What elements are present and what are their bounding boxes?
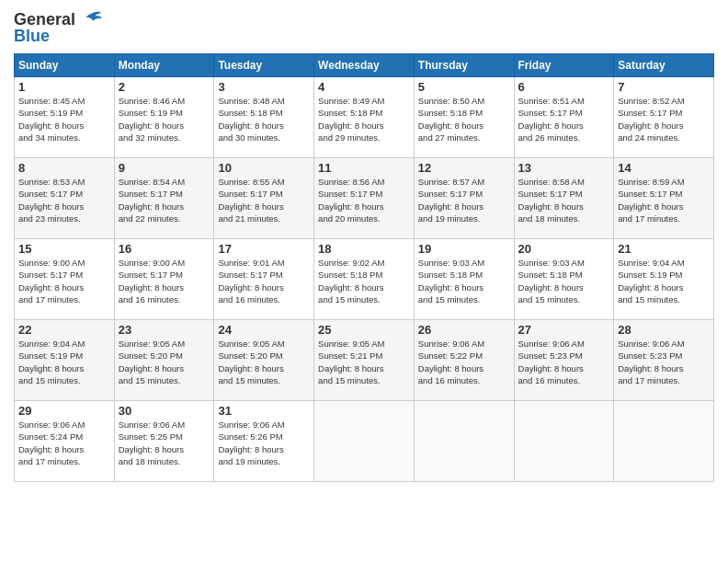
week-row-2: 8Sunrise: 8:53 AMSunset: 5:17 PMDaylight… [15, 158, 714, 239]
day-info: Sunrise: 8:51 AMSunset: 5:17 PMDaylight:… [518, 95, 610, 144]
header-day-friday: Friday [514, 54, 614, 77]
table-row: 7Sunrise: 8:52 AMSunset: 5:17 PMDaylight… [614, 77, 714, 158]
day-number: 10 [218, 161, 310, 175]
table-row: 1Sunrise: 8:45 AMSunset: 5:19 PMDaylight… [15, 77, 115, 158]
logo-bird-icon [78, 9, 104, 29]
day-info: Sunrise: 9:06 AMSunset: 5:23 PMDaylight:… [618, 338, 710, 386]
day-number: 20 [518, 242, 610, 256]
calendar-container: General Blue SundayMondayTuesdayWednesda… [0, 0, 728, 491]
day-info: Sunrise: 8:52 AMSunset: 5:17 PMDaylight:… [618, 95, 710, 144]
table-row [314, 401, 415, 482]
table-row [414, 401, 514, 482]
day-info: Sunrise: 8:46 AMSunset: 5:19 PMDaylight:… [119, 95, 210, 144]
table-row: 25Sunrise: 9:05 AMSunset: 5:21 PMDayligh… [314, 320, 415, 401]
day-number: 22 [18, 323, 110, 337]
table-row: 8Sunrise: 8:53 AMSunset: 5:17 PMDaylight… [15, 158, 115, 239]
day-number: 25 [318, 323, 410, 337]
day-info: Sunrise: 8:55 AMSunset: 5:17 PMDaylight:… [218, 176, 310, 224]
table-row: 5Sunrise: 8:50 AMSunset: 5:18 PMDaylight… [414, 77, 514, 158]
day-info: Sunrise: 8:45 AMSunset: 5:19 PMDaylight:… [18, 95, 110, 144]
table-row: 16Sunrise: 9:00 AMSunset: 5:17 PMDayligh… [114, 239, 214, 320]
day-number: 12 [418, 161, 510, 175]
table-row [514, 401, 614, 482]
day-info: Sunrise: 9:05 AMSunset: 5:20 PMDaylight:… [218, 338, 310, 386]
day-info: Sunrise: 9:06 AMSunset: 5:22 PMDaylight:… [418, 338, 510, 386]
day-info: Sunrise: 9:05 AMSunset: 5:20 PMDaylight:… [119, 338, 210, 386]
day-number: 23 [119, 323, 210, 337]
table-row: 20Sunrise: 9:03 AMSunset: 5:18 PMDayligh… [514, 239, 614, 320]
header: General Blue [14, 9, 714, 46]
table-row: 23Sunrise: 9:05 AMSunset: 5:20 PMDayligh… [114, 320, 214, 401]
table-row [614, 401, 714, 482]
table-row: 12Sunrise: 8:57 AMSunset: 5:17 PMDayligh… [414, 158, 514, 239]
header-day-monday: Monday [114, 54, 214, 77]
header-day-tuesday: Tuesday [214, 54, 314, 77]
week-row-5: 29Sunrise: 9:06 AMSunset: 5:24 PMDayligh… [15, 401, 714, 482]
table-row: 13Sunrise: 8:58 AMSunset: 5:17 PMDayligh… [514, 158, 614, 239]
day-info: Sunrise: 9:06 AMSunset: 5:23 PMDaylight:… [518, 338, 610, 386]
day-number: 31 [218, 404, 310, 418]
day-number: 27 [518, 323, 610, 337]
day-info: Sunrise: 9:06 AMSunset: 5:25 PMDaylight:… [119, 419, 210, 467]
table-row: 22Sunrise: 9:04 AMSunset: 5:19 PMDayligh… [15, 320, 115, 401]
table-row: 30Sunrise: 9:06 AMSunset: 5:25 PMDayligh… [114, 401, 214, 482]
day-number: 21 [618, 242, 710, 256]
day-number: 4 [318, 80, 410, 94]
week-row-3: 15Sunrise: 9:00 AMSunset: 5:17 PMDayligh… [15, 239, 714, 320]
day-info: Sunrise: 8:50 AMSunset: 5:18 PMDaylight:… [418, 95, 510, 144]
day-number: 19 [418, 242, 510, 256]
day-number: 16 [119, 242, 210, 256]
header-day-saturday: Saturday [614, 54, 714, 77]
day-number: 2 [119, 80, 210, 94]
table-row: 2Sunrise: 8:46 AMSunset: 5:19 PMDaylight… [114, 77, 214, 158]
day-number: 8 [18, 161, 110, 175]
day-number: 7 [618, 80, 710, 94]
header-row: SundayMondayTuesdayWednesdayThursdayFrid… [15, 54, 714, 77]
table-row: 18Sunrise: 9:02 AMSunset: 5:18 PMDayligh… [314, 239, 415, 320]
table-row: 11Sunrise: 8:56 AMSunset: 5:17 PMDayligh… [314, 158, 415, 239]
day-info: Sunrise: 8:48 AMSunset: 5:18 PMDaylight:… [218, 95, 310, 144]
table-row: 21Sunrise: 9:04 AMSunset: 5:19 PMDayligh… [614, 239, 714, 320]
table-row: 3Sunrise: 8:48 AMSunset: 5:18 PMDaylight… [214, 77, 314, 158]
day-info: Sunrise: 8:57 AMSunset: 5:17 PMDaylight:… [418, 176, 510, 224]
logo: General Blue [14, 9, 104, 46]
day-number: 11 [318, 161, 410, 175]
day-info: Sunrise: 9:03 AMSunset: 5:18 PMDaylight:… [518, 257, 610, 305]
day-number: 30 [119, 404, 210, 418]
table-row: 17Sunrise: 9:01 AMSunset: 5:17 PMDayligh… [214, 239, 314, 320]
day-info: Sunrise: 9:02 AMSunset: 5:18 PMDaylight:… [318, 257, 410, 305]
table-row: 10Sunrise: 8:55 AMSunset: 5:17 PMDayligh… [214, 158, 314, 239]
table-row: 28Sunrise: 9:06 AMSunset: 5:23 PMDayligh… [614, 320, 714, 401]
day-info: Sunrise: 8:53 AMSunset: 5:17 PMDaylight:… [18, 176, 110, 224]
day-info: Sunrise: 9:06 AMSunset: 5:24 PMDaylight:… [18, 419, 110, 467]
day-info: Sunrise: 9:04 AMSunset: 5:19 PMDaylight:… [18, 338, 110, 386]
day-number: 18 [318, 242, 410, 256]
day-number: 3 [218, 80, 310, 94]
calendar-table: SundayMondayTuesdayWednesdayThursdayFrid… [14, 53, 714, 482]
table-row: 31Sunrise: 9:06 AMSunset: 5:26 PMDayligh… [214, 401, 314, 482]
day-info: Sunrise: 9:00 AMSunset: 5:17 PMDaylight:… [18, 257, 110, 305]
header-day-thursday: Thursday [414, 54, 514, 77]
day-number: 1 [18, 80, 110, 94]
table-row: 9Sunrise: 8:54 AMSunset: 5:17 PMDaylight… [114, 158, 214, 239]
day-number: 24 [218, 323, 310, 337]
week-row-4: 22Sunrise: 9:04 AMSunset: 5:19 PMDayligh… [15, 320, 714, 401]
day-number: 15 [18, 242, 110, 256]
table-row: 4Sunrise: 8:49 AMSunset: 5:18 PMDaylight… [314, 77, 415, 158]
day-number: 9 [119, 161, 210, 175]
day-number: 14 [618, 161, 710, 175]
day-info: Sunrise: 9:03 AMSunset: 5:18 PMDaylight:… [418, 257, 510, 305]
day-number: 29 [18, 404, 110, 418]
day-number: 5 [418, 80, 510, 94]
logo-blue: Blue [14, 27, 50, 46]
day-number: 6 [518, 80, 610, 94]
day-number: 28 [618, 323, 710, 337]
table-row: 27Sunrise: 9:06 AMSunset: 5:23 PMDayligh… [514, 320, 614, 401]
header-day-wednesday: Wednesday [314, 54, 415, 77]
day-info: Sunrise: 8:58 AMSunset: 5:17 PMDaylight:… [518, 176, 610, 224]
day-number: 13 [518, 161, 610, 175]
table-row: 15Sunrise: 9:00 AMSunset: 5:17 PMDayligh… [15, 239, 115, 320]
day-number: 26 [418, 323, 510, 337]
table-row: 24Sunrise: 9:05 AMSunset: 5:20 PMDayligh… [214, 320, 314, 401]
table-row: 19Sunrise: 9:03 AMSunset: 5:18 PMDayligh… [414, 239, 514, 320]
